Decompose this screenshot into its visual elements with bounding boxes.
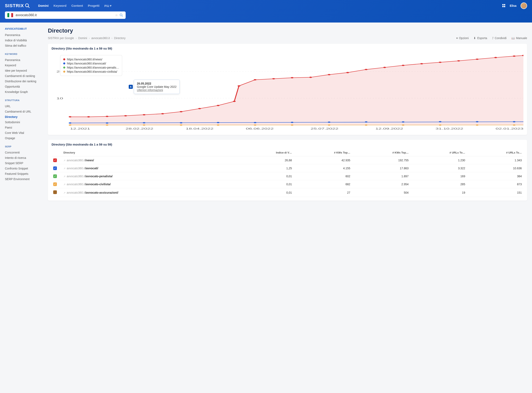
legend-item[interactable]: https://avvocato360.it/avvocato-civilist… xyxy=(63,70,119,74)
sidebar-item-indice-visibilita[interactable]: Indice di Visibilità xyxy=(5,38,43,43)
legend-item[interactable]: https://avvocato360.it/avvocati/ xyxy=(63,61,119,65)
sidebar-item-onpage[interactable]: Onpage xyxy=(5,136,43,141)
sidebar-group-struttura: STRUTTURA xyxy=(5,99,43,102)
dir-prefix: avvocato360.it xyxy=(67,159,85,162)
sidebar-group-keyword: KEYWORD xyxy=(5,53,43,55)
table-row[interactable]: ✓ ↗avvocato360.it/avvocato-civilista/ 0,… xyxy=(52,180,523,188)
external-link-icon[interactable]: ↗ xyxy=(63,191,65,194)
user-name[interactable]: Elisa xyxy=(510,4,517,7)
svg-line-1 xyxy=(28,6,29,8)
apps-icon[interactable] xyxy=(502,4,506,7)
logo[interactable]: SISTRIX xyxy=(5,3,30,8)
country-flag-italy[interactable] xyxy=(7,13,13,17)
search-submit-icon[interactable] xyxy=(119,13,123,17)
svg-point-29 xyxy=(439,62,442,63)
external-link-icon[interactable]: ↗ xyxy=(63,183,65,186)
chart-card: Directory (Sto mostrando da 1 a 59 su 59… xyxy=(48,44,527,135)
sidebar-item-kw-keyword[interactable]: Keyword xyxy=(5,63,43,68)
svg-point-32 xyxy=(494,57,497,58)
svg-point-53 xyxy=(254,124,257,126)
external-link-icon[interactable]: ↗ xyxy=(63,159,65,162)
legend-item[interactable]: https://avvocato360.it/avvocato-penalis… xyxy=(63,65,119,70)
external-link-icon[interactable]: ↗ xyxy=(63,167,65,170)
nav-progetti[interactable]: Progetti xyxy=(88,4,99,8)
nav-more[interactable]: Più ▾ xyxy=(104,4,112,8)
col-indice[interactable]: Indice di V… xyxy=(236,149,294,156)
table-row[interactable]: ↗avvocato360.it/avvocato-assicurazioni/ … xyxy=(52,188,523,197)
svg-point-49 xyxy=(106,124,109,126)
sidebar-item-concorrenti[interactable]: Concorrenti xyxy=(5,150,43,155)
col-urls-1[interactable]: # URLs To… xyxy=(410,149,467,156)
col-urls-2[interactable]: # URLs To… xyxy=(467,149,523,156)
breadcrumb-item: Directory xyxy=(114,36,126,40)
sidebar-item-serp-environment[interactable]: SERP Environment xyxy=(5,177,43,182)
breadcrumb: SISTRIX per Google› Domini› avvocato360.… xyxy=(48,36,126,40)
sidebar-item-directory[interactable]: Directory xyxy=(5,114,43,119)
svg-point-57 xyxy=(402,124,405,126)
svg-point-22 xyxy=(309,77,312,78)
svg-point-58 xyxy=(439,124,442,126)
sidebar-item-kw-idee[interactable]: Idee per keyword xyxy=(5,68,43,73)
sidebar-item-kw-distribuzione[interactable]: Distribuzione dei ranking xyxy=(5,79,43,84)
sidebar-item-cambiamenti-url[interactable]: Cambiamenti di URL xyxy=(5,109,43,114)
sidebar-item-sottodomini[interactable]: Sottodomini xyxy=(5,119,43,125)
sidebar-item-kw-knowledge[interactable]: Knowledge Graph xyxy=(5,89,43,95)
svg-point-59 xyxy=(476,124,478,126)
table-row[interactable]: ✓ ↗avvocato360.it/news/ 26,68 42.935 192… xyxy=(52,156,523,164)
table-row[interactable]: ✓ ↗avvocato360.it/avvocato-penalista/ 0,… xyxy=(52,172,523,180)
table-row[interactable]: ✓ ↗avvocato360.it/avvocati/ 1,25 4.155 1… xyxy=(52,164,523,172)
sidebar-item-panoramica[interactable]: Panoramica xyxy=(5,32,43,38)
export-button[interactable]: ⬇Esporta xyxy=(473,36,487,40)
nav-content[interactable]: Content xyxy=(71,4,83,8)
cell-kws1: 682 xyxy=(294,180,352,188)
sidebar-item-featured-snippets[interactable]: Featured Snippets xyxy=(5,171,43,177)
breadcrumb-item[interactable]: avvocato360.it xyxy=(92,36,110,40)
svg-text:31.10.2022: 31.10.2022 xyxy=(435,127,463,130)
row-checkbox[interactable]: ✓ xyxy=(53,174,57,178)
row-checkbox[interactable]: ✓ xyxy=(53,158,57,162)
avatar[interactable] xyxy=(521,2,527,9)
share-icon: ⤴ xyxy=(492,36,493,40)
sidebar-item-core-web-vital[interactable]: Core Web Vital xyxy=(5,130,43,136)
sidebar-item-url[interactable]: URL xyxy=(5,103,43,109)
col-directory[interactable]: Directory xyxy=(62,149,236,156)
options-button[interactable]: ▾Opzioni xyxy=(456,36,469,40)
breadcrumb-item[interactable]: Domini xyxy=(78,36,87,40)
main-nav: Domini Keyword Content Progetti Più ▾ xyxy=(38,4,112,8)
chart-marker[interactable]: A xyxy=(129,85,133,89)
svg-point-28 xyxy=(420,63,423,64)
svg-point-52 xyxy=(217,124,220,126)
search-bar: ☆ xyxy=(5,11,126,19)
svg-text:12.2021: 12.2021 xyxy=(70,127,90,130)
search-input[interactable] xyxy=(15,13,114,17)
cell-urls1: 1.230 xyxy=(410,156,467,164)
legend-item[interactable]: https://avvocato360.it/news/ xyxy=(63,57,119,61)
sidebar-item-stima-traffico[interactable]: Stima del traffico xyxy=(5,43,43,48)
sidebar-item-confronto-snippet[interactable]: Confronto Snippet xyxy=(5,166,43,171)
svg-point-27 xyxy=(402,65,405,66)
star-icon[interactable]: ☆ xyxy=(115,14,118,17)
sidebar-item-paesi[interactable]: Paesi xyxy=(5,125,43,130)
cell-urls2: 1.343 xyxy=(467,156,523,164)
chart-title: Directory (Sto mostrando da 1 a 59 su 59… xyxy=(48,44,527,53)
col-kws-top-2[interactable]: # KWs Top… xyxy=(352,149,410,156)
sidebar-item-kw-cambiamenti[interactable]: Cambiamenti di ranking xyxy=(5,73,43,79)
sidebar-item-snippet-serp[interactable]: Snippet SERP xyxy=(5,161,43,166)
sidebar-item-kw-panoramica[interactable]: Panoramica xyxy=(5,57,43,63)
nav-keyword[interactable]: Keyword xyxy=(54,4,66,8)
breadcrumb-item[interactable]: SISTRIX per Google xyxy=(48,36,74,40)
sidebar-item-kw-opportunita[interactable]: Opportunità xyxy=(5,84,43,89)
svg-point-38 xyxy=(180,122,182,123)
manual-button[interactable]: 📖Manuale xyxy=(511,36,527,40)
share-button[interactable]: ⤴Condividi xyxy=(492,36,507,40)
row-checkbox[interactable]: ✓ xyxy=(53,182,57,186)
sidebar-item-intento[interactable]: Intento di ricerca xyxy=(5,155,43,161)
tooltip-link[interactable]: Ulteriori informazioni xyxy=(137,88,163,92)
svg-text:02.01.2023: 02.01.2023 xyxy=(496,127,523,130)
row-checkbox[interactable] xyxy=(53,190,57,194)
row-checkbox[interactable]: ✓ xyxy=(53,167,57,170)
svg-point-39 xyxy=(217,122,220,123)
external-link-icon[interactable]: ↗ xyxy=(63,175,65,178)
nav-domini[interactable]: Domini xyxy=(38,4,49,8)
col-kws-top-1[interactable]: # KWs Top… xyxy=(294,149,352,156)
